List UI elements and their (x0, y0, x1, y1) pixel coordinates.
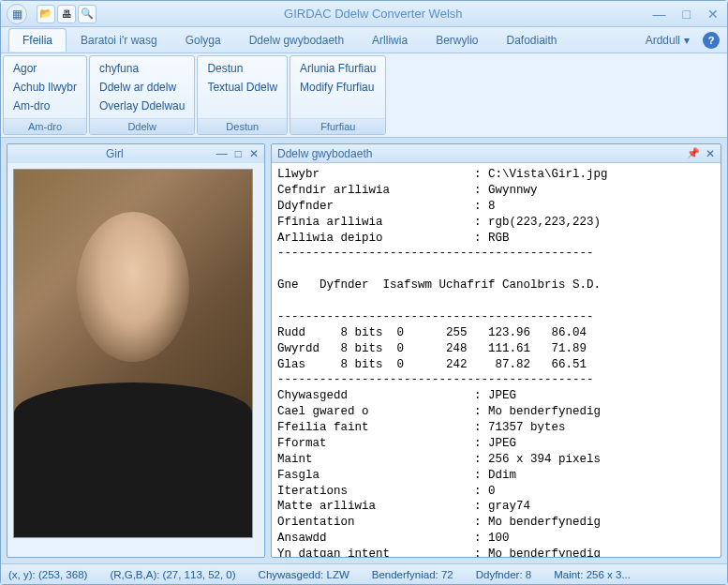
status-depth: Ddyfnder: 8 (476, 569, 531, 580)
tab-golyga[interactable]: Golyga (171, 28, 235, 52)
ribbon-item-ddelw-ar-ddelw[interactable]: Ddelw ar ddelw (97, 79, 186, 96)
tab-ffeilia[interactable]: Ffeilia (8, 28, 67, 52)
status-xy: (x, y): (253, 368) (8, 569, 87, 580)
ribbon-item-chyfuna[interactable]: chyfuna (97, 60, 186, 77)
child-window-title: Girl (13, 147, 216, 160)
maximize-button[interactable]: □ (680, 7, 693, 22)
image-content (13, 169, 253, 538)
ribbon-item-am-dro[interactable]: Am-dro (11, 98, 79, 114)
style-label: Arddull (646, 34, 680, 47)
tab-dafodiaith[interactable]: Dafodiaith (492, 28, 571, 52)
ribbon-group-label: Destun (198, 118, 287, 134)
info-panel-header[interactable]: Ddelw gwybodaeth 📌 ✕ (272, 144, 721, 163)
ribbon-item-overlay-ddelwau[interactable]: Overlay Ddelwau (97, 98, 186, 114)
ribbon-group-am-dro: AgorAchub llwybrAm-droAm-dro (3, 55, 87, 135)
quick-access-toolbar: 📂 🖶 🔍 (37, 5, 97, 23)
titlebar: ▦ 📂 🖶 🔍 GIRDAC Ddelw Converter Welsh — □… (1, 1, 727, 27)
ribbon-group-destun: DestunTextual DdelwDestun (197, 55, 288, 135)
tab-ddelw-gwybodaeth[interactable]: Ddelw gwybodaeth (235, 28, 358, 52)
panel-close-button[interactable]: ✕ (706, 147, 715, 160)
child-window-titlebar[interactable]: Girl — □ ✕ (7, 144, 264, 163)
app-menu-button[interactable]: ▦ (7, 4, 27, 24)
tab-berwylio[interactable]: Berwylio (422, 28, 492, 52)
ribbon-item-destun[interactable]: Destun (205, 60, 279, 77)
info-panel-title: Ddelw gwybodaeth (277, 147, 372, 160)
ribbon-item-agor[interactable]: Agor (11, 60, 79, 77)
ribbon-group-label: Ffurfiau (290, 118, 385, 134)
ribbon-item-modify-ffurfiau[interactable]: Modify Ffurfiau (298, 79, 378, 96)
tab-baratoi-i-r-wasg[interactable]: Baratoi i'r wasg (67, 28, 171, 52)
ribbon-body: AgorAchub llwybrAm-droAm-drochyfunaDdelw… (1, 53, 727, 138)
app-title: GIRDAC Ddelw Converter Welsh (97, 7, 650, 21)
image-icon: ▦ (12, 8, 22, 21)
ribbon-item-textual-ddelw[interactable]: Textual Ddelw (205, 79, 279, 96)
child-maximize-button[interactable]: □ (235, 147, 242, 160)
chevron-down-icon: ▾ (684, 34, 690, 47)
workspace: Girl — □ ✕ Ddelw gwybodaeth 📌 ✕ Llwybr :… (1, 138, 727, 563)
ribbon-group-ffurfiau: Arlunia FfurfiauModify FfurfiauFfurfiau (290, 55, 386, 135)
child-minimize-button[interactable]: — (216, 147, 228, 160)
ribbon-group-label: Ddelw (90, 118, 194, 134)
info-text: Llwybr : C:\Vista\Girl.jpg Cefndir arlli… (272, 163, 721, 557)
status-resolution: Benderfyniad: 72 (372, 569, 453, 580)
print-preview-icon[interactable]: 🔍 (78, 5, 97, 23)
child-close-button[interactable]: ✕ (249, 147, 259, 160)
ribbon-group-ddelw: chyfunaDdelw ar ddelwOverlay DdelwauDdel… (89, 55, 195, 135)
ribbon-item-arlunia-ffurfiau[interactable]: Arlunia Ffurfiau (298, 60, 378, 77)
ribbon-group-label: Am-dro (4, 118, 86, 134)
statusbar: (x, y): (253, 368) (R,G,B,A): (27, 113, … (1, 563, 727, 584)
style-dropdown[interactable]: Arddull ▾ (638, 30, 697, 51)
print-icon[interactable]: 🖶 (57, 5, 76, 23)
window-controls: — □ ✕ (650, 7, 721, 22)
help-button[interactable]: ? (703, 32, 720, 49)
close-button[interactable]: ✕ (705, 7, 721, 22)
minimize-button[interactable]: — (650, 7, 669, 22)
app-window: ▦ 📂 🖶 🔍 GIRDAC Ddelw Converter Welsh — □… (0, 0, 728, 585)
status-compression: Chywasgedd: LZW (259, 569, 349, 580)
image-child-window: Girl — □ ✕ (7, 143, 265, 558)
status-rgba: (R,G,B,A): (27, 113, 52, 0) (110, 569, 235, 580)
tab-arlliwia[interactable]: Arlliwia (358, 28, 422, 52)
status-size: Maint: 256 x 3... (554, 569, 631, 580)
open-icon[interactable]: 📂 (37, 5, 55, 23)
info-panel: Ddelw gwybodaeth 📌 ✕ Llwybr : C:\Vista\G… (271, 143, 721, 558)
ribbon-tab-row: FfeiliaBaratoi i'r wasgGolygaDdelw gwybo… (1, 27, 727, 53)
ribbon-item-achub-llwybr[interactable]: Achub llwybr (11, 79, 79, 96)
pin-icon[interactable]: 📌 (687, 147, 700, 159)
